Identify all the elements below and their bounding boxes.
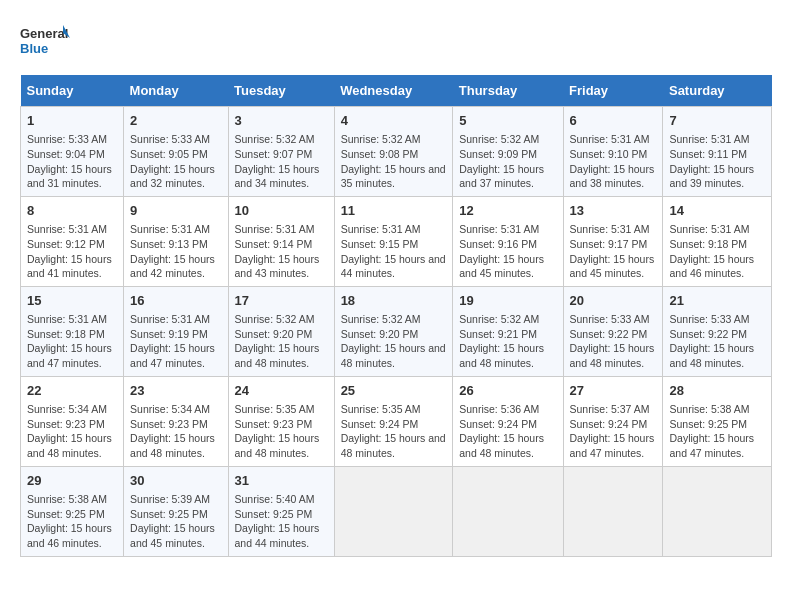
cell-details: Sunrise: 5:38 AMSunset: 9:25 PMDaylight:…	[669, 402, 765, 461]
calendar-cell: 28Sunrise: 5:38 AMSunset: 9:25 PMDayligh…	[663, 376, 772, 466]
day-number: 29	[27, 472, 117, 490]
day-number: 19	[459, 292, 556, 310]
cell-details: Sunrise: 5:34 AMSunset: 9:23 PMDaylight:…	[130, 402, 221, 461]
calendar-cell: 9Sunrise: 5:31 AMSunset: 9:13 PMDaylight…	[124, 196, 228, 286]
calendar-cell: 25Sunrise: 5:35 AMSunset: 9:24 PMDayligh…	[334, 376, 453, 466]
cell-details: Sunrise: 5:31 AMSunset: 9:12 PMDaylight:…	[27, 222, 117, 281]
day-number: 8	[27, 202, 117, 220]
header-day-thursday: Thursday	[453, 75, 563, 107]
day-number: 24	[235, 382, 328, 400]
calendar-cell: 1Sunrise: 5:33 AMSunset: 9:04 PMDaylight…	[21, 107, 124, 197]
calendar-cell: 3Sunrise: 5:32 AMSunset: 9:07 PMDaylight…	[228, 107, 334, 197]
calendar-cell: 5Sunrise: 5:32 AMSunset: 9:09 PMDaylight…	[453, 107, 563, 197]
calendar-cell: 23Sunrise: 5:34 AMSunset: 9:23 PMDayligh…	[124, 376, 228, 466]
cell-details: Sunrise: 5:31 AMSunset: 9:18 PMDaylight:…	[669, 222, 765, 281]
day-number: 3	[235, 112, 328, 130]
day-number: 14	[669, 202, 765, 220]
calendar-cell: 12Sunrise: 5:31 AMSunset: 9:16 PMDayligh…	[453, 196, 563, 286]
cell-details: Sunrise: 5:33 AMSunset: 9:22 PMDaylight:…	[570, 312, 657, 371]
calendar-cell: 21Sunrise: 5:33 AMSunset: 9:22 PMDayligh…	[663, 286, 772, 376]
day-number: 15	[27, 292, 117, 310]
calendar-cell	[453, 466, 563, 556]
calendar-cell: 31Sunrise: 5:40 AMSunset: 9:25 PMDayligh…	[228, 466, 334, 556]
cell-details: Sunrise: 5:37 AMSunset: 9:24 PMDaylight:…	[570, 402, 657, 461]
day-number: 2	[130, 112, 221, 130]
cell-details: Sunrise: 5:31 AMSunset: 9:16 PMDaylight:…	[459, 222, 556, 281]
day-number: 21	[669, 292, 765, 310]
calendar-week-row: 29Sunrise: 5:38 AMSunset: 9:25 PMDayligh…	[21, 466, 772, 556]
cell-details: Sunrise: 5:31 AMSunset: 9:17 PMDaylight:…	[570, 222, 657, 281]
cell-details: Sunrise: 5:32 AMSunset: 9:20 PMDaylight:…	[235, 312, 328, 371]
calendar-cell: 19Sunrise: 5:32 AMSunset: 9:21 PMDayligh…	[453, 286, 563, 376]
cell-details: Sunrise: 5:31 AMSunset: 9:15 PMDaylight:…	[341, 222, 447, 281]
calendar-cell: 7Sunrise: 5:31 AMSunset: 9:11 PMDaylight…	[663, 107, 772, 197]
day-number: 22	[27, 382, 117, 400]
day-number: 26	[459, 382, 556, 400]
header-row: SundayMondayTuesdayWednesdayThursdayFrid…	[21, 75, 772, 107]
day-number: 16	[130, 292, 221, 310]
header-day-tuesday: Tuesday	[228, 75, 334, 107]
logo: General Blue	[20, 20, 70, 65]
calendar-cell: 14Sunrise: 5:31 AMSunset: 9:18 PMDayligh…	[663, 196, 772, 286]
cell-details: Sunrise: 5:31 AMSunset: 9:13 PMDaylight:…	[130, 222, 221, 281]
calendar-cell: 26Sunrise: 5:36 AMSunset: 9:24 PMDayligh…	[453, 376, 563, 466]
day-number: 10	[235, 202, 328, 220]
day-number: 18	[341, 292, 447, 310]
cell-details: Sunrise: 5:32 AMSunset: 9:08 PMDaylight:…	[341, 132, 447, 191]
header-day-friday: Friday	[563, 75, 663, 107]
cell-details: Sunrise: 5:39 AMSunset: 9:25 PMDaylight:…	[130, 492, 221, 551]
calendar-cell	[334, 466, 453, 556]
day-number: 1	[27, 112, 117, 130]
cell-details: Sunrise: 5:31 AMSunset: 9:18 PMDaylight:…	[27, 312, 117, 371]
calendar-cell: 15Sunrise: 5:31 AMSunset: 9:18 PMDayligh…	[21, 286, 124, 376]
cell-details: Sunrise: 5:33 AMSunset: 9:05 PMDaylight:…	[130, 132, 221, 191]
day-number: 9	[130, 202, 221, 220]
day-number: 23	[130, 382, 221, 400]
day-number: 6	[570, 112, 657, 130]
cell-details: Sunrise: 5:32 AMSunset: 9:07 PMDaylight:…	[235, 132, 328, 191]
logo-svg: General Blue	[20, 20, 70, 65]
day-number: 13	[570, 202, 657, 220]
calendar-cell: 18Sunrise: 5:32 AMSunset: 9:20 PMDayligh…	[334, 286, 453, 376]
cell-details: Sunrise: 5:40 AMSunset: 9:25 PMDaylight:…	[235, 492, 328, 551]
calendar-cell: 6Sunrise: 5:31 AMSunset: 9:10 PMDaylight…	[563, 107, 663, 197]
calendar-cell: 8Sunrise: 5:31 AMSunset: 9:12 PMDaylight…	[21, 196, 124, 286]
cell-details: Sunrise: 5:32 AMSunset: 9:09 PMDaylight:…	[459, 132, 556, 191]
day-number: 25	[341, 382, 447, 400]
cell-details: Sunrise: 5:31 AMSunset: 9:19 PMDaylight:…	[130, 312, 221, 371]
calendar-cell	[563, 466, 663, 556]
calendar-cell: 22Sunrise: 5:34 AMSunset: 9:23 PMDayligh…	[21, 376, 124, 466]
cell-details: Sunrise: 5:31 AMSunset: 9:10 PMDaylight:…	[570, 132, 657, 191]
day-number: 27	[570, 382, 657, 400]
calendar-cell	[663, 466, 772, 556]
calendar-cell: 4Sunrise: 5:32 AMSunset: 9:08 PMDaylight…	[334, 107, 453, 197]
cell-details: Sunrise: 5:32 AMSunset: 9:21 PMDaylight:…	[459, 312, 556, 371]
cell-details: Sunrise: 5:35 AMSunset: 9:23 PMDaylight:…	[235, 402, 328, 461]
cell-details: Sunrise: 5:31 AMSunset: 9:14 PMDaylight:…	[235, 222, 328, 281]
calendar-cell: 30Sunrise: 5:39 AMSunset: 9:25 PMDayligh…	[124, 466, 228, 556]
calendar-cell: 2Sunrise: 5:33 AMSunset: 9:05 PMDaylight…	[124, 107, 228, 197]
cell-details: Sunrise: 5:33 AMSunset: 9:22 PMDaylight:…	[669, 312, 765, 371]
calendar-cell: 13Sunrise: 5:31 AMSunset: 9:17 PMDayligh…	[563, 196, 663, 286]
day-number: 5	[459, 112, 556, 130]
header-day-saturday: Saturday	[663, 75, 772, 107]
cell-details: Sunrise: 5:33 AMSunset: 9:04 PMDaylight:…	[27, 132, 117, 191]
day-number: 7	[669, 112, 765, 130]
cell-details: Sunrise: 5:38 AMSunset: 9:25 PMDaylight:…	[27, 492, 117, 551]
cell-details: Sunrise: 5:35 AMSunset: 9:24 PMDaylight:…	[341, 402, 447, 461]
day-number: 20	[570, 292, 657, 310]
header-day-wednesday: Wednesday	[334, 75, 453, 107]
calendar-cell: 10Sunrise: 5:31 AMSunset: 9:14 PMDayligh…	[228, 196, 334, 286]
calendar-week-row: 8Sunrise: 5:31 AMSunset: 9:12 PMDaylight…	[21, 196, 772, 286]
day-number: 12	[459, 202, 556, 220]
svg-text:Blue: Blue	[20, 41, 48, 56]
day-number: 30	[130, 472, 221, 490]
calendar-week-row: 1Sunrise: 5:33 AMSunset: 9:04 PMDaylight…	[21, 107, 772, 197]
calendar-cell: 29Sunrise: 5:38 AMSunset: 9:25 PMDayligh…	[21, 466, 124, 556]
calendar-cell: 24Sunrise: 5:35 AMSunset: 9:23 PMDayligh…	[228, 376, 334, 466]
calendar-cell: 27Sunrise: 5:37 AMSunset: 9:24 PMDayligh…	[563, 376, 663, 466]
header-day-sunday: Sunday	[21, 75, 124, 107]
day-number: 28	[669, 382, 765, 400]
cell-details: Sunrise: 5:34 AMSunset: 9:23 PMDaylight:…	[27, 402, 117, 461]
cell-details: Sunrise: 5:36 AMSunset: 9:24 PMDaylight:…	[459, 402, 556, 461]
